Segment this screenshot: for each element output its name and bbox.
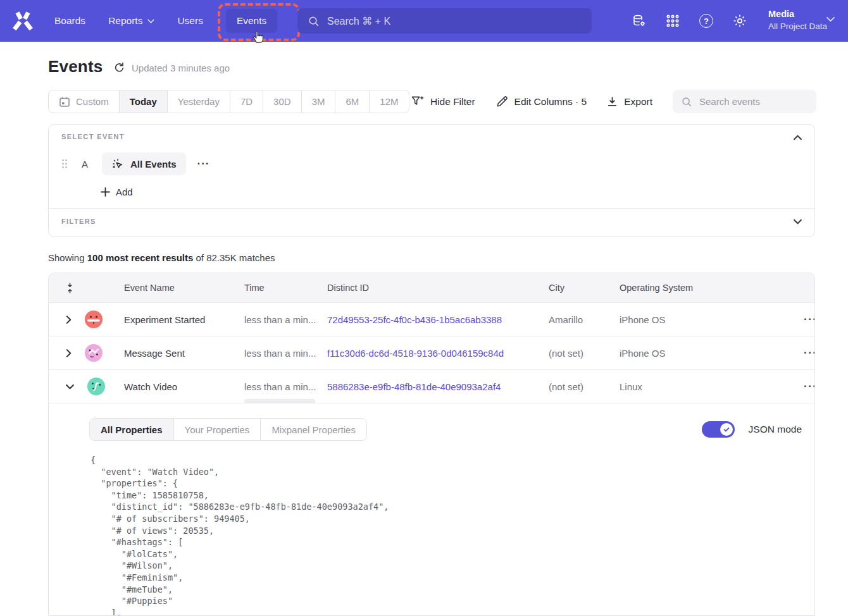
nav-item-events-wrap: Events	[226, 9, 277, 33]
table-header-row: Event Name Time Distinct ID City Operati…	[49, 273, 814, 303]
project-switcher[interactable]: Media All Project Data	[768, 8, 827, 32]
collapse-all-icon[interactable]	[49, 283, 124, 293]
table-toolbar: Hide Filter Edit Columns · 5 Export Sear…	[411, 90, 816, 113]
nav-item-reports[interactable]: Reports	[108, 15, 154, 27]
row-actions-button[interactable]: ···	[751, 380, 815, 393]
plus-icon	[101, 187, 110, 197]
column-header-os[interactable]: Operating System	[620, 283, 751, 293]
calendar-icon	[59, 96, 70, 108]
chevron-right-icon[interactable]	[66, 316, 72, 324]
panel-divider	[49, 208, 814, 209]
search-events-input[interactable]: Search events	[673, 90, 816, 113]
results-summary: Showing 100 most recent results of 82.35…	[48, 252, 275, 263]
chevron-up-icon[interactable]	[794, 132, 802, 143]
event-name: Watch Video	[124, 381, 244, 392]
tab-your-properties[interactable]: Your Properties	[173, 419, 261, 440]
top-navbar: Boards Reports Users Events Search ⌘ + K	[0, 0, 848, 42]
search-icon	[308, 15, 320, 27]
nav-item-reports-label: Reports	[108, 15, 142, 27]
global-search-input[interactable]: Search ⌘ + K	[297, 8, 592, 34]
column-header-event-name[interactable]: Event Name	[124, 283, 244, 293]
export-label: Export	[624, 96, 652, 108]
date-option-7d[interactable]: 7D	[230, 90, 263, 113]
properties-tabs: All Properties Your Properties Mixpanel …	[89, 418, 367, 441]
event-os: iPhone OS	[620, 314, 751, 325]
distinct-id-link[interactable]: f11c30d6-dc6d-4518-9136-0d046159c84d	[327, 348, 549, 359]
drag-handle-icon[interactable]	[61, 159, 68, 169]
toggle-knob	[720, 423, 733, 436]
check-icon	[723, 426, 730, 433]
select-event-label: SELECT EVENT	[61, 133, 125, 140]
column-header-city[interactable]: City	[549, 283, 620, 293]
column-header-distinct-id[interactable]: Distinct ID	[327, 283, 549, 293]
navbar-utility-icons: ?	[632, 0, 747, 42]
json-mode-label: JSON mode	[749, 424, 802, 435]
date-option-custom[interactable]: Custom	[49, 90, 119, 113]
event-os: iPhone OS	[620, 348, 751, 359]
add-event-label: Add	[116, 187, 133, 197]
apps-grid-icon[interactable]	[665, 13, 680, 28]
cursor-hand-icon	[251, 30, 265, 44]
table-row[interactable]: Message Sent less than a min... f11c30d6…	[49, 336, 814, 370]
event-name: Experiment Started	[124, 314, 244, 325]
row-actions-button[interactable]: ···	[751, 347, 815, 359]
event-json-viewer[interactable]: { "event": "Watch Video", "properties": …	[90, 454, 814, 616]
funnel-icon	[411, 95, 424, 108]
json-mode-toggle[interactable]	[702, 421, 735, 438]
hide-filter-label: Hide Filter	[430, 96, 475, 108]
download-icon	[607, 96, 618, 107]
summary-suffix: of 82.35K matches	[193, 252, 275, 263]
event-detail-panel: All Properties Your Properties Mixpanel …	[49, 403, 814, 615]
distinct-id-link[interactable]: 72d49553-25fc-4f0c-b436-1b5ac6ab3388	[327, 314, 549, 325]
help-glyph: ?	[699, 14, 713, 28]
date-option-6m[interactable]: 6M	[335, 90, 369, 113]
table-row-expanded[interactable]: Watch Video less than a min... 5886283e-…	[49, 370, 814, 403]
refresh-icon[interactable]	[113, 62, 125, 77]
event-selector-pill[interactable]: All Events	[102, 152, 186, 175]
chevron-down-icon[interactable]	[66, 384, 74, 390]
event-avatar	[85, 344, 103, 362]
chevron-down-icon	[147, 19, 154, 23]
date-option-today[interactable]: Today	[119, 90, 167, 113]
event-selector-label: All Events	[130, 159, 177, 169]
tab-all-properties[interactable]: All Properties	[90, 419, 173, 440]
chevron-down-icon[interactable]	[794, 216, 802, 227]
project-name: Media	[768, 8, 827, 20]
clause-more-button[interactable]: ···	[197, 157, 210, 170]
nav-item-boards[interactable]: Boards	[54, 15, 85, 27]
event-avatar	[85, 311, 103, 328]
edit-columns-button[interactable]: Edit Columns · 5	[496, 95, 587, 108]
date-option-3m[interactable]: 3M	[301, 90, 335, 113]
settings-gear-icon[interactable]	[732, 13, 747, 28]
event-clause-row: A All Events ···	[61, 152, 210, 175]
search-events-placeholder: Search events	[699, 96, 760, 107]
event-time: less than a min...	[244, 314, 327, 325]
distinct-id-link[interactable]: 5886283e-e9fb-48fb-81de-40e9093a2af4	[327, 381, 549, 392]
event-city: (not set)	[549, 348, 620, 359]
events-table: Event Name Time Distinct ID City Operati…	[48, 273, 815, 616]
date-option-30d[interactable]: 30D	[263, 90, 301, 113]
global-search-placeholder: Search ⌘ + K	[327, 15, 390, 27]
event-time: less than a min...	[244, 381, 327, 392]
chevron-right-icon[interactable]	[66, 349, 72, 357]
nav-item-users[interactable]: Users	[177, 15, 203, 27]
date-option-yesterday[interactable]: Yesterday	[167, 90, 230, 113]
row-actions-button[interactable]: ···	[751, 313, 815, 326]
column-header-time[interactable]: Time	[244, 283, 327, 293]
event-avatar	[87, 378, 105, 395]
export-button[interactable]: Export	[607, 96, 652, 108]
table-row[interactable]: Experiment Started less than a min... 72…	[49, 303, 814, 336]
add-event-button[interactable]: Add	[101, 187, 133, 197]
event-time: less than a min...	[244, 348, 327, 359]
data-management-icon[interactable]	[632, 13, 647, 28]
help-icon[interactable]: ?	[699, 13, 714, 28]
primary-nav: Boards Reports Users Events	[54, 0, 277, 42]
hide-filter-button[interactable]: Hide Filter	[411, 95, 475, 108]
date-range-selector: Custom Today Yesterday 7D 30D 3M 6M 12M	[48, 90, 409, 113]
project-scope: All Project Data	[768, 20, 827, 32]
mixpanel-logo-icon[interactable]	[11, 11, 34, 30]
date-option-12m[interactable]: 12M	[369, 90, 408, 113]
tab-mixpanel-properties[interactable]: Mixpanel Properties	[260, 419, 366, 440]
event-city: Amarillo	[549, 314, 620, 325]
event-name: Message Sent	[124, 348, 244, 359]
